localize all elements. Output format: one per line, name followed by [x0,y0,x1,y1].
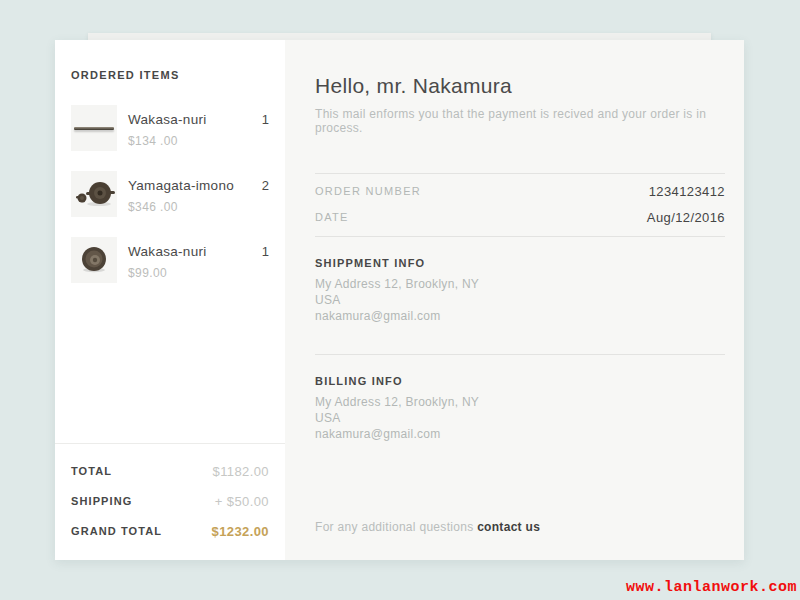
item-price: $134 .00 [128,134,262,148]
product-thumbnail [71,171,117,217]
item-name: Wakasa-nuri [128,244,262,259]
address-line: My Address 12, Brooklyn, NY [315,276,725,292]
grand-total-value: $1232.00 [212,524,269,539]
total-label: TOTAL [71,465,112,477]
confirmation-message: This mail enforms you that the payment i… [315,107,725,135]
bowl-icon [71,237,117,283]
total-value: $1182.00 [213,464,269,479]
address-line: My Address 12, Brooklyn, NY [315,394,725,410]
shipping-label: SHIPPING [71,495,132,507]
address-line: USA [315,292,725,308]
item-price: $99.00 [128,266,262,280]
order-confirmation-card: ORDERED ITEMS Wakasa-nuri $134 .00 1 [55,40,744,560]
ordered-items-sidebar: ORDERED ITEMS Wakasa-nuri $134 .00 1 [55,40,285,560]
item-info: Yamagata-imono $346 .00 [128,171,262,214]
totals-summary: TOTAL $1182.00 SHIPPING + $50.00 GRAND T… [71,444,269,546]
greeting-title: Hello, mr. Nakamura [315,74,725,98]
ordered-item: Wakasa-nuri $134 .00 1 [71,105,269,151]
total-row: TOTAL $1182.00 [71,456,269,486]
item-info: Wakasa-nuri $99.00 [128,237,262,280]
section-divider [315,236,725,237]
order-meta: ORDER NUMBER 1234123412 DATE Aug/12/2016 [315,178,725,230]
order-number-row: ORDER NUMBER 1234123412 [315,178,725,204]
footer-note: For any additional questions contact us [315,520,725,540]
contact-us-link[interactable]: contact us [477,520,540,534]
item-quantity: 2 [262,171,269,193]
ordered-items-list: Wakasa-nuri $134 .00 1 [71,105,269,303]
shipment-info-block: SHIPPMENT INFO My Address 12, Brooklyn, … [315,257,725,324]
billing-address: My Address 12, Brooklyn, NY USA nakamura… [315,394,725,442]
ordered-item: Yamagata-imono $346 .00 2 [71,171,269,217]
grand-total-row: GRAND TOTAL $1232.00 [71,516,269,546]
email-line: nakamura@gmail.com [315,308,725,324]
order-number-label: ORDER NUMBER [315,185,421,197]
billing-info-block: BILLING INFO My Address 12, Brooklyn, NY… [315,375,725,442]
section-divider [315,354,725,355]
site-watermark: www.lanlanwork.com [626,579,797,596]
order-date-label: DATE [315,211,349,223]
footer-text: For any additional questions [315,520,474,534]
item-quantity: 1 [262,237,269,259]
ordered-item: Wakasa-nuri $99.00 1 [71,237,269,283]
item-price: $346 .00 [128,200,262,214]
product-thumbnail [71,105,117,151]
product-thumbnail [71,237,117,283]
shipment-info-heading: SHIPPMENT INFO [315,257,725,269]
item-name: Yamagata-imono [128,178,262,193]
order-date-row: DATE Aug/12/2016 [315,204,725,230]
order-date-value: Aug/12/2016 [647,210,725,225]
shipment-address: My Address 12, Brooklyn, NY USA nakamura… [315,276,725,324]
grand-total-label: GRAND TOTAL [71,525,162,537]
billing-info-heading: BILLING INFO [315,375,725,387]
order-details-panel: Hello, mr. Nakamura This mail enforms yo… [285,40,744,560]
teapot-icon [71,171,117,217]
chopsticks-icon [74,127,114,130]
address-line: USA [315,410,725,426]
item-info: Wakasa-nuri $134 .00 [128,105,262,148]
ordered-items-heading: ORDERED ITEMS [71,69,269,81]
section-divider [315,173,725,174]
shipping-value: + $50.00 [215,494,269,509]
shipping-row: SHIPPING + $50.00 [71,486,269,516]
item-name: Wakasa-nuri [128,112,262,127]
email-line: nakamura@gmail.com [315,426,725,442]
order-number-value: 1234123412 [649,184,725,199]
item-quantity: 1 [262,105,269,127]
